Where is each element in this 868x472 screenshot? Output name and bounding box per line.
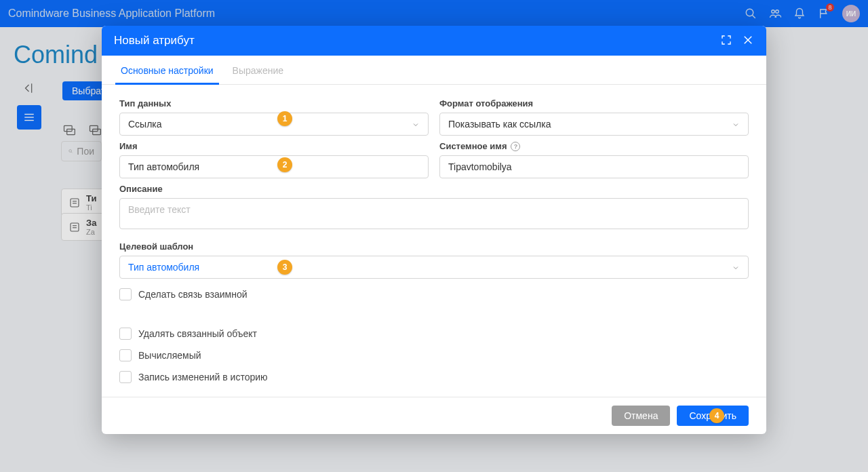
new-attribute-modal: Новый атрибут Основные настройки Выражен… <box>102 26 766 434</box>
description-textarea[interactable] <box>119 198 749 229</box>
modal-tabs: Основные настройки Выражение <box>102 56 766 85</box>
help-icon[interactable]: ? <box>511 142 520 151</box>
modal-header: Новый атрибут <box>102 26 766 56</box>
modal-header-actions <box>720 34 754 48</box>
label-system-name: Системное имя ? <box>439 141 749 151</box>
system-name-input[interactable] <box>439 155 749 178</box>
display-format-select[interactable]: Показывать как ссылка <box>439 113 749 136</box>
label-system-name-text: Системное имя <box>439 141 507 151</box>
checkbox-delete-linked[interactable] <box>119 328 132 340</box>
data-type-select[interactable]: Ссылка <box>119 113 429 136</box>
data-type-value: Ссылка <box>128 119 162 130</box>
label-log-history[interactable]: Запись изменений в историю <box>138 372 268 382</box>
modal-backdrop: Новый атрибут Основные настройки Выражен… <box>0 0 868 472</box>
label-delete-linked[interactable]: Удалять связанный объект <box>138 328 257 339</box>
checkbox-computed[interactable] <box>119 349 132 361</box>
expand-icon[interactable] <box>720 34 732 48</box>
chevron-down-icon <box>732 120 740 128</box>
tab-expression[interactable]: Выражение <box>223 56 293 84</box>
label-make-mutual[interactable]: Сделать связь взаимной <box>138 289 248 300</box>
cancel-button[interactable]: Отмена <box>612 406 670 426</box>
label-name: Имя <box>119 141 429 151</box>
label-display-format: Формат отображения <box>439 98 749 109</box>
label-data-type: Тип данных <box>119 98 429 109</box>
name-input[interactable] <box>119 155 429 178</box>
chevron-down-icon <box>732 263 740 271</box>
label-target-template: Целевой шаблон <box>119 241 749 252</box>
chevron-down-icon <box>412 120 420 128</box>
target-template-select[interactable]: Тип автомобиля <box>119 256 749 279</box>
tab-main-settings[interactable]: Основные настройки <box>111 56 223 84</box>
modal-footer: Отмена Сохранить <box>102 397 766 434</box>
save-button[interactable]: Сохранить <box>677 406 749 426</box>
target-template-value: Тип автомобиля <box>128 262 199 273</box>
checkbox-log-history[interactable] <box>119 371 132 383</box>
label-description: Описание <box>119 184 749 194</box>
modal-body: Тип данных Ссылка Формат отображения Пок… <box>102 85 766 397</box>
close-icon[interactable] <box>742 34 754 48</box>
checkbox-make-mutual[interactable] <box>119 288 132 300</box>
modal-title: Новый атрибут <box>114 34 195 47</box>
display-format-value: Показывать как ссылка <box>448 119 551 130</box>
label-computed[interactable]: Вычисляемый <box>138 350 201 361</box>
